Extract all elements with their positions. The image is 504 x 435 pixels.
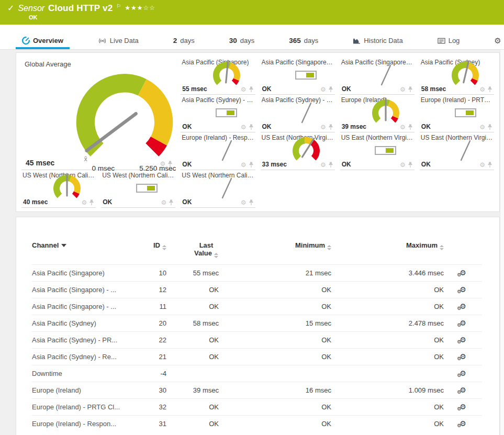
channel-gauge-cell[interactable]: Europe (Ireland) - Response C... OK ⚙ — [181, 132, 255, 170]
channel-gauge-cell[interactable]: Asia Pacific (Sydney) 58 msec ⚙ — [420, 57, 494, 95]
pin-icon[interactable] — [249, 86, 254, 93]
col-header-minimum[interactable]: Minimum — [223, 239, 335, 265]
pin-icon[interactable] — [249, 162, 254, 168]
flag-icon[interactable]: ⚐ — [116, 3, 121, 9]
tab-live-data[interactable]: Live Data — [92, 37, 145, 49]
cell-channel[interactable]: Asia Pacific (Sydney) - Re... — [32, 349, 129, 365]
cell-id: 12 — [129, 282, 171, 298]
pin-icon[interactable] — [249, 199, 254, 206]
tab-overview[interactable]: Overview — [16, 37, 70, 49]
cell-channel[interactable]: Europe (Ireland) - PRTG Cl... — [32, 399, 129, 416]
pin-icon[interactable] — [487, 124, 492, 130]
tab-historic-data[interactable]: Historic Data — [346, 37, 409, 49]
channel-gauge-cell[interactable]: Asia Pacific (Singapore) - Res... OK ⚙ — [340, 57, 415, 95]
tab-label: days — [304, 37, 318, 44]
edit-channel-icon[interactable]: ⚙⚙ — [460, 336, 466, 343]
edit-channel-icon[interactable]: ⚙⚙ — [460, 420, 466, 427]
edit-channel-icon[interactable]: ⚙⚙ — [460, 303, 466, 310]
pin-icon[interactable] — [408, 124, 413, 130]
tab-log[interactable]: Log — [431, 37, 466, 49]
col-header-maximum[interactable]: Maximum — [335, 239, 448, 265]
cell-channel[interactable]: Europe (Ireland) - Respon... — [32, 416, 129, 432]
gear-icon[interactable]: ⚙ — [81, 199, 87, 206]
tab-365-days[interactable]: 365 days — [283, 37, 324, 49]
channel-value: OK — [182, 123, 192, 130]
gear-icon[interactable]: ⚙ — [320, 162, 326, 168]
edit-channel-icon[interactable]: ⚙⚙ — [460, 403, 466, 410]
channel-gauge-cell[interactable]: US West (Northern California)... OK ⚙ — [101, 170, 175, 208]
sort-desc-icon — [61, 244, 66, 247]
channel-gauge-cell[interactable]: Asia Pacific (Singapore) 55 msec ⚙ — [181, 57, 255, 95]
pin-icon[interactable] — [89, 199, 94, 206]
pin-icon[interactable] — [487, 162, 492, 168]
pin-icon[interactable] — [487, 86, 492, 93]
pin-icon[interactable] — [328, 86, 333, 93]
channel-gauge-cell[interactable]: Asia Pacific (Sydney) - Respo... OK ⚙ — [261, 95, 335, 132]
gear-icon[interactable]: ⚙ — [241, 124, 247, 130]
channel-value: 58 msec — [421, 85, 446, 93]
channel-gauge-cell[interactable]: US East (Northern Virginia) - ... OK ⚙ — [340, 132, 415, 170]
cell-channel[interactable]: Downtime — [32, 365, 129, 382]
gear-icon[interactable]: ⚙ — [241, 162, 247, 168]
gear-icon[interactable]: ⚙ — [320, 124, 326, 130]
cell-channel[interactable]: Asia Pacific (Singapore) — [32, 265, 129, 282]
gear-icon[interactable]: ⚙ — [400, 162, 406, 168]
channel-gauge-cell[interactable]: US West (Northern California)... OK ⚙ — [181, 170, 255, 208]
pin-icon[interactable] — [328, 162, 333, 168]
edit-channel-icon[interactable]: ⚙⚙ — [460, 353, 466, 360]
gear-icon[interactable]: ⚙ — [400, 86, 406, 93]
pin-icon[interactable] — [408, 162, 413, 168]
channel-gauge-cell[interactable]: Asia Pacific (Singapore) - PR... OK ⚙ — [261, 57, 335, 95]
pin-icon[interactable] — [167, 161, 173, 167]
gear-icon[interactable]: ⚙ — [161, 199, 167, 206]
gear-icon[interactable]: ⚙ — [241, 86, 247, 93]
gear-icon: ⚙ — [494, 37, 501, 44]
channel-gauge-cell[interactable]: Asia Pacific (Sydney) - PRTG ... OK ⚙ — [181, 95, 255, 132]
table-row: Asia Pacific (Sydney) 20 58 msec 15 msec… — [32, 315, 482, 332]
pin-icon[interactable] — [328, 124, 333, 130]
gear-icon[interactable]: ⚙ — [479, 86, 485, 93]
priority-stars[interactable]: ★★★☆☆ — [125, 4, 155, 12]
col-header-last-value[interactable]: Last Value — [171, 239, 223, 265]
ok-switch-indicator — [136, 184, 158, 193]
channel-gauge-cell[interactable]: Europe (Ireland) - PRTG Cloud... OK ⚙ — [420, 95, 494, 132]
ok-switch-indicator — [375, 146, 396, 155]
edit-channel-icon[interactable]: ⚙⚙ — [460, 319, 466, 327]
channel-gauge-cell[interactable]: US East (Northern Virginia) 33 msec ⚙ — [261, 132, 335, 170]
channel-gauge-cell[interactable]: US East (Northern Virginia) - ... OK ⚙ — [420, 132, 494, 170]
cell-channel[interactable]: Asia Pacific (Sydney) — [32, 315, 129, 332]
global-gauge: 0 msec5.250 msecx̄ — [58, 64, 191, 176]
gear-icon[interactable]: ⚙ — [160, 161, 166, 167]
channel-value: OK — [182, 161, 192, 168]
gauge-viz — [129, 173, 164, 203]
gear-icon[interactable]: ⚙ — [400, 124, 406, 130]
channel-gauge-cell[interactable]: US West (Northern California) 40 msec ⚙ — [21, 170, 96, 208]
tab-settings[interactable]: ⚙ Settings — [488, 37, 504, 49]
cell-channel[interactable]: Asia Pacific (Sydney) - PR... — [32, 332, 129, 349]
table-row: Asia Pacific (Singapore) 10 55 msec 21 m… — [32, 265, 482, 282]
edit-channel-icon[interactable]: ⚙⚙ — [460, 386, 466, 394]
scrollbar-track[interactable] — [500, 50, 504, 435]
gear-icon[interactable]: ⚙ — [479, 124, 485, 130]
tab-2-days[interactable]: 2 days — [167, 37, 201, 49]
pin-icon[interactable] — [408, 86, 413, 93]
pin-icon[interactable] — [249, 124, 254, 130]
channel-gauge-cell[interactable]: Europe (Ireland) 39 msec ⚙ — [340, 95, 415, 132]
global-average-cell[interactable]: Global Average 0 msec5.250 msecx̄ 45 mse… — [21, 57, 175, 170]
edit-channel-icon[interactable]: ⚙⚙ — [460, 269, 466, 276]
cell-channel[interactable]: Asia Pacific (Singapore) - ... — [32, 298, 129, 315]
gear-icon[interactable]: ⚙ — [241, 199, 247, 206]
pin-icon[interactable] — [169, 199, 174, 206]
gear-icon[interactable]: ⚙ — [479, 162, 485, 168]
gear-icon[interactable]: ⚙ — [320, 86, 326, 93]
edit-channel-icon[interactable]: ⚙⚙ — [460, 286, 466, 293]
cell-channel[interactable]: Asia Pacific (Singapore) - ... — [32, 282, 129, 298]
tab-label: Overview — [33, 37, 63, 44]
channel-value: OK — [421, 161, 431, 168]
tab-30-days[interactable]: 30 days — [223, 37, 261, 49]
cell-channel[interactable]: Europe (Ireland) — [32, 382, 129, 399]
col-header-channel[interactable]: Channel — [32, 239, 129, 265]
edit-channel-icon[interactable]: ⚙⚙ — [460, 370, 466, 377]
cell-last-value: OK — [171, 332, 223, 349]
col-header-id[interactable]: ID — [129, 239, 171, 265]
